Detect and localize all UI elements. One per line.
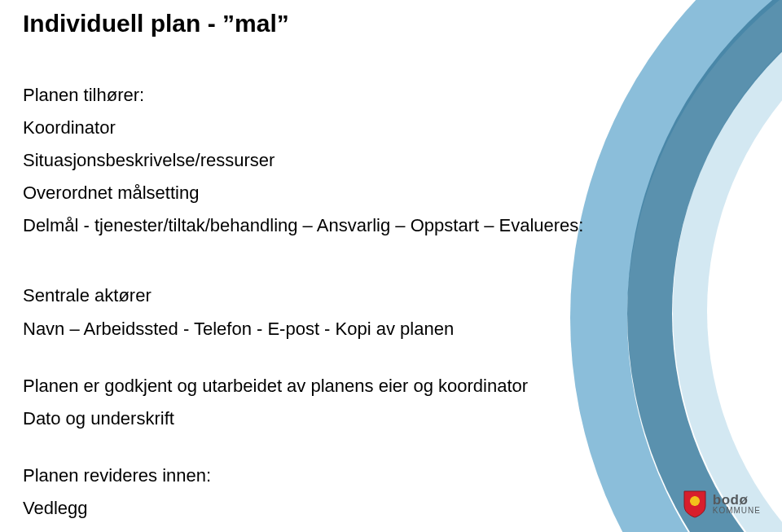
spacer: [23, 244, 642, 282]
line-belongs-to: Planen tilhører:: [23, 81, 642, 109]
logo-brand: bodø: [713, 494, 761, 507]
line-coordinator: Koordinator: [23, 114, 642, 142]
shield-icon: [683, 490, 707, 519]
line-date-sign: Dato og underskrift: [23, 405, 642, 433]
municipality-logo: bodø KOMMUNE: [683, 490, 761, 519]
line-approved: Planen er godkjent og utarbeidet av plan…: [23, 372, 642, 400]
title-part1: Individuell plan: [23, 10, 200, 37]
spacer: [23, 437, 642, 462]
logo-text: bodø KOMMUNE: [713, 494, 761, 515]
line-attachment: Vedlegg: [23, 495, 642, 522]
title-part2: mal: [222, 10, 289, 37]
slide: Individuell plan - mal Planen tilhører: …: [0, 0, 782, 532]
logo-sub: KOMMUNE: [713, 507, 761, 515]
page-title: Individuell plan - mal: [23, 10, 289, 37]
line-subgoal: Delmål - tjenester/tiltak/behandling – A…: [23, 212, 642, 240]
svg-point-0: [690, 496, 700, 506]
line-situation: Situasjonsbeskrivelse/ressurser: [23, 147, 642, 174]
line-revised: Planen revideres innen:: [23, 462, 642, 490]
spacer: [23, 348, 642, 372]
line-actors-heading: Sentrale aktører: [23, 282, 642, 310]
line-overall-goal: Overordnet målsetting: [23, 179, 642, 207]
body-content: Planen tilhører: Koordinator Situasjonsb…: [23, 81, 642, 527]
title-separator: -: [200, 10, 222, 37]
line-actors: Navn – Arbeidssted - Telefon - E-post - …: [23, 315, 642, 343]
